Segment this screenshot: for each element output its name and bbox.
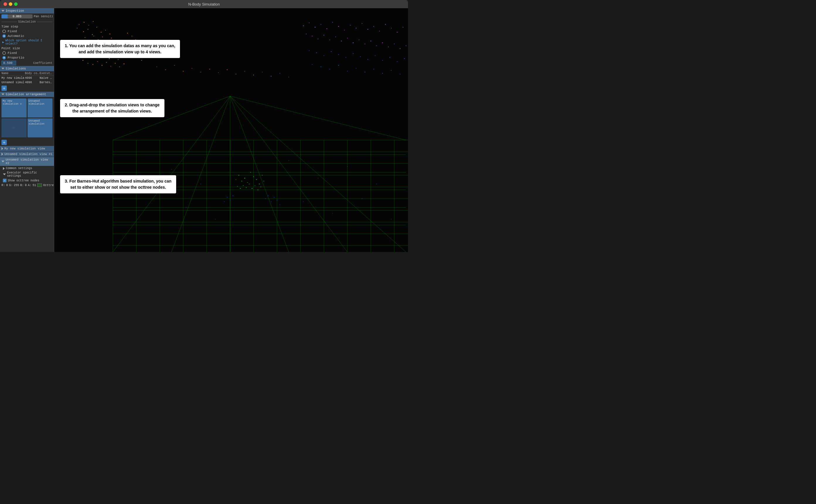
svg-point-203 <box>347 166 348 167</box>
svg-point-97 <box>346 57 346 58</box>
svg-point-47 <box>127 33 128 33</box>
svg-point-119 <box>174 65 175 66</box>
tooltip-2: 2. Drag-and-drop the simulation views to… <box>60 99 164 117</box>
table-row[interactable]: Unnamed simul 4096 Barnes-Hut e: <box>0 80 54 85</box>
viewport: 1. You can add the simulation datas as m… <box>54 8 408 252</box>
svg-point-2 <box>88 29 88 30</box>
left-panel: Inspection 0.003 Pan sensiti Simulation … <box>0 8 54 252</box>
arrangement-cell-3[interactable]: – <box>1 118 27 137</box>
common-settings-item[interactable]: Common settings <box>0 166 54 171</box>
view-item-2[interactable]: Unnamed simulation view #1 <box>0 151 54 157</box>
value-row: 0.500 Coefficient <box>0 60 54 66</box>
maximize-button[interactable] <box>14 2 18 6</box>
arrangement-header[interactable]: Simulation arrangement <box>0 92 54 97</box>
cell-label-3: – <box>13 125 16 131</box>
common-settings-label: Common settings <box>6 167 32 170</box>
svg-point-195 <box>233 195 233 196</box>
svg-point-61 <box>332 22 333 23</box>
radio-point-fixed[interactable]: Fixed <box>0 51 54 55</box>
col-executor: Executor <box>40 72 52 75</box>
svg-point-44 <box>89 25 89 25</box>
svg-point-184 <box>249 184 249 184</box>
coefficient-label: Coefficient <box>33 62 52 65</box>
svg-point-185 <box>246 187 247 188</box>
sim-name-2: Unnamed simul <box>1 81 25 84</box>
view1-expand-icon <box>1 147 3 150</box>
svg-point-112 <box>365 72 365 72</box>
octtree-label: Show octtree nodes <box>8 179 39 182</box>
svg-point-7 <box>110 34 111 35</box>
svg-point-48 <box>132 36 132 36</box>
svg-point-122 <box>200 72 201 72</box>
svg-point-56 <box>303 25 304 26</box>
svg-point-190 <box>268 195 268 196</box>
radio-proportional[interactable]: Proportio <box>0 55 54 60</box>
pan-sensitivity-slider[interactable]: 0.003 <box>1 14 33 18</box>
svg-point-132 <box>288 77 289 77</box>
svg-point-110 <box>347 71 348 71</box>
svg-point-85 <box>370 41 371 41</box>
svg-point-68 <box>373 26 374 27</box>
add-view-button[interactable]: + <box>1 140 7 145</box>
simulations-header[interactable]: Simulations <box>0 66 54 71</box>
help-row[interactable]: ▶ Which option should I select? <box>0 38 54 46</box>
svg-point-36 <box>102 65 103 66</box>
view-item-3[interactable]: Unnamed simulation view #2 <box>0 157 54 166</box>
inspection-header[interactable]: Inspection <box>0 8 54 13</box>
table-row[interactable]: My new simula 4096 Naive executo <box>0 76 54 80</box>
radio-automatic[interactable]: Automatic <box>0 34 54 38</box>
add-simulation-button[interactable]: + <box>1 86 7 91</box>
svg-point-87 <box>382 42 383 43</box>
svg-point-104 <box>397 61 397 62</box>
arrangement-cell-2[interactable]: Unnamed simulation <box>28 98 53 118</box>
svg-point-100 <box>368 59 368 60</box>
svg-point-98 <box>353 53 353 54</box>
svg-point-124 <box>218 72 219 73</box>
minimize-button[interactable] <box>9 2 12 6</box>
svg-point-109 <box>338 65 339 66</box>
svg-point-201 <box>288 160 289 161</box>
svg-point-38 <box>111 66 111 67</box>
simulation-label: Simulation <box>18 20 36 23</box>
svg-point-81 <box>347 38 348 38</box>
svg-point-92 <box>309 50 310 51</box>
octtree-checkbox[interactable]: ✓ <box>3 179 6 182</box>
svg-point-129 <box>262 72 263 72</box>
point-size-value[interactable]: 0.500 <box>1 61 16 65</box>
octtree-checkbox-row[interactable]: ✓ Show octtree nodes <box>0 178 54 183</box>
svg-point-45 <box>93 21 93 22</box>
svg-point-90 <box>400 48 400 49</box>
svg-point-199 <box>171 169 172 170</box>
svg-point-1 <box>83 31 84 32</box>
svg-point-69 <box>379 31 380 31</box>
color-r-label: R: <box>1 184 5 187</box>
svg-point-59 <box>321 24 321 25</box>
inspection-collapse-icon <box>1 10 4 12</box>
sim-executor-1: Naive executo <box>40 76 52 80</box>
close-button[interactable] <box>4 2 7 6</box>
executor-expand-icon <box>3 173 6 175</box>
svg-point-117 <box>157 67 157 67</box>
svg-point-94 <box>324 55 324 56</box>
radio-proportional-label: Proportio <box>8 56 24 59</box>
svg-point-178 <box>262 175 263 176</box>
view-item-1[interactable]: My new simulation view <box>0 146 54 151</box>
arrangement-cell-1[interactable]: My new simulation v <box>1 98 27 118</box>
octtree-color-swatch[interactable] <box>37 183 42 187</box>
radio-automatic-label: Automatic <box>8 34 24 38</box>
svg-point-96 <box>338 54 339 55</box>
svg-point-181 <box>258 190 258 190</box>
svg-point-4 <box>96 27 97 28</box>
view2-expand-icon <box>1 153 3 156</box>
executor-settings-item[interactable]: Executor specific settings <box>0 171 54 178</box>
svg-point-126 <box>236 74 236 74</box>
svg-point-70 <box>385 24 386 25</box>
svg-point-179 <box>263 181 264 182</box>
svg-point-84 <box>365 44 365 44</box>
arrangement-cell-4[interactable]: Unnamed simulation <box>28 118 53 137</box>
svg-point-173 <box>253 176 254 177</box>
svg-point-79 <box>335 37 336 37</box>
svg-point-187 <box>240 188 241 189</box>
radio-fixed[interactable]: Fixed <box>0 29 54 34</box>
radio-proportional-circle <box>2 56 6 59</box>
